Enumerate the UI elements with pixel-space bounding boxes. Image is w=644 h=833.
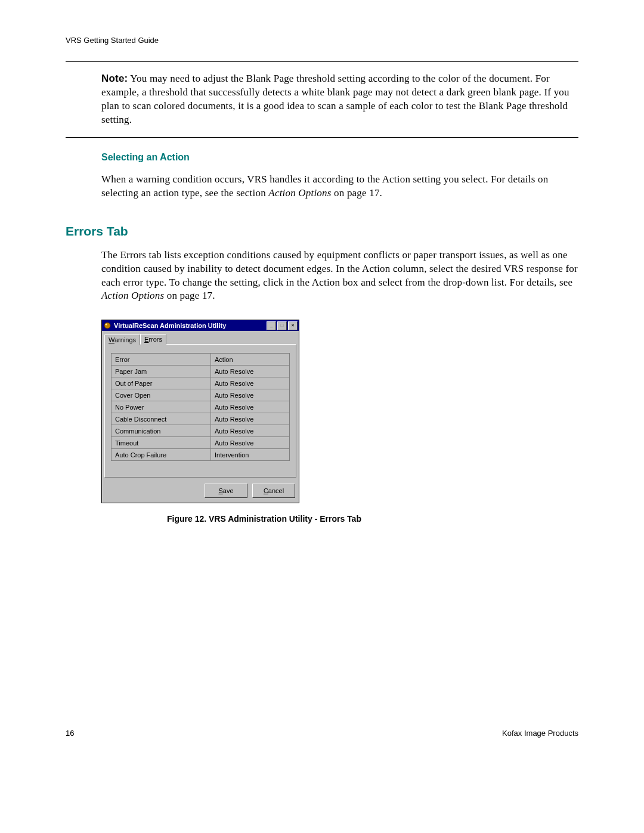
cell-error: Cover Open <box>112 389 211 401</box>
table-row[interactable]: Paper JamAuto Resolve <box>112 366 290 377</box>
svg-point-1 <box>106 324 107 326</box>
titlebar: VirtualReScan Administration Utility _ □… <box>102 320 299 331</box>
col-error: Error <box>112 354 211 366</box>
selecting-action-paragraph: When a warning condition occurs, VRS han… <box>101 173 578 200</box>
top-rule <box>66 61 578 62</box>
action-options-ref: Action Options <box>268 187 331 199</box>
page-footer: 16 Kofax Image Products <box>66 729 578 738</box>
cell-error: Auto Crop Failure <box>112 449 211 461</box>
running-header: VRS Getting Started Guide <box>66 36 578 45</box>
note-label: Note: <box>101 73 128 84</box>
bottom-rule <box>66 137 578 138</box>
cancel-button[interactable]: Cancel <box>252 484 295 498</box>
app-icon <box>103 321 112 330</box>
cell-action[interactable]: Auto Resolve <box>210 366 289 377</box>
button-row: Save Cancel <box>102 480 299 503</box>
window-title: VirtualReScan Administration Utility <box>114 322 265 329</box>
errors-table: Error Action Paper JamAuto Resolve Out o… <box>111 353 290 461</box>
table-row[interactable]: Auto Crop FailureIntervention <box>112 449 290 461</box>
save-button[interactable]: Save <box>205 484 247 498</box>
admin-utility-window: VirtualReScan Administration Utility _ □… <box>101 320 299 503</box>
cell-error: Paper Jam <box>112 366 211 377</box>
note-paragraph: Note: You may need to adjust the Blank P… <box>101 72 578 127</box>
page-number: 16 <box>66 729 74 738</box>
cell-error: Timeout <box>112 437 211 449</box>
cell-action[interactable]: Auto Resolve <box>210 389 289 401</box>
table-row[interactable]: Out of PaperAuto Resolve <box>112 377 290 389</box>
svg-point-0 <box>104 323 110 329</box>
figure-dialog: VirtualReScan Administration Utility _ □… <box>101 320 578 524</box>
tabpane-errors: Error Action Paper JamAuto Resolve Out o… <box>104 344 296 478</box>
minimize-button[interactable]: _ <box>267 321 276 330</box>
text: on page 17. <box>164 290 215 301</box>
cell-error: Cable Disconnect <box>112 413 211 425</box>
table-row[interactable]: Cable DisconnectAuto Resolve <box>112 413 290 425</box>
cell-action[interactable]: Auto Resolve <box>210 413 289 425</box>
cell-error: Out of Paper <box>112 377 211 389</box>
errors-tab-paragraph: The Errors tab lists exception condition… <box>101 249 578 304</box>
action-options-ref: Action Options <box>101 290 164 301</box>
cell-action[interactable]: Intervention <box>210 449 289 461</box>
footer-brand: Kofax Image Products <box>502 729 578 738</box>
table-row[interactable]: TimeoutAuto Resolve <box>112 437 290 449</box>
cell-action[interactable]: Auto Resolve <box>210 377 289 389</box>
table-header-row: Error Action <box>112 354 290 366</box>
tab-warnings[interactable]: Warnings <box>104 335 140 345</box>
note-text: You may need to adjust the Blank Page th… <box>101 73 569 125</box>
cell-action[interactable]: Auto Resolve <box>210 437 289 449</box>
figure-caption: Figure 12. VRS Administration Utility - … <box>167 514 578 524</box>
cell-action[interactable]: Auto Resolve <box>210 401 289 413</box>
cell-action[interactable]: Auto Resolve <box>210 425 289 437</box>
table-row[interactable]: Cover OpenAuto Resolve <box>112 389 290 401</box>
subheading-selecting-action: Selecting an Action <box>101 152 578 163</box>
tab-errors[interactable]: Errors <box>140 334 166 345</box>
close-button[interactable]: × <box>288 321 298 330</box>
text: The Errors tab lists exception condition… <box>101 249 578 288</box>
section-heading-errors-tab: Errors Tab <box>66 224 578 239</box>
table-row[interactable]: CommunicationAuto Resolve <box>112 425 290 437</box>
col-action: Action <box>210 354 289 366</box>
cell-error: No Power <box>112 401 211 413</box>
table-row[interactable]: No PowerAuto Resolve <box>112 401 290 413</box>
cell-error: Communication <box>112 425 211 437</box>
text: on page 17. <box>332 187 383 199</box>
maximize-button[interactable]: □ <box>277 321 287 330</box>
tabstrip: Warnings Errors <box>102 331 299 344</box>
